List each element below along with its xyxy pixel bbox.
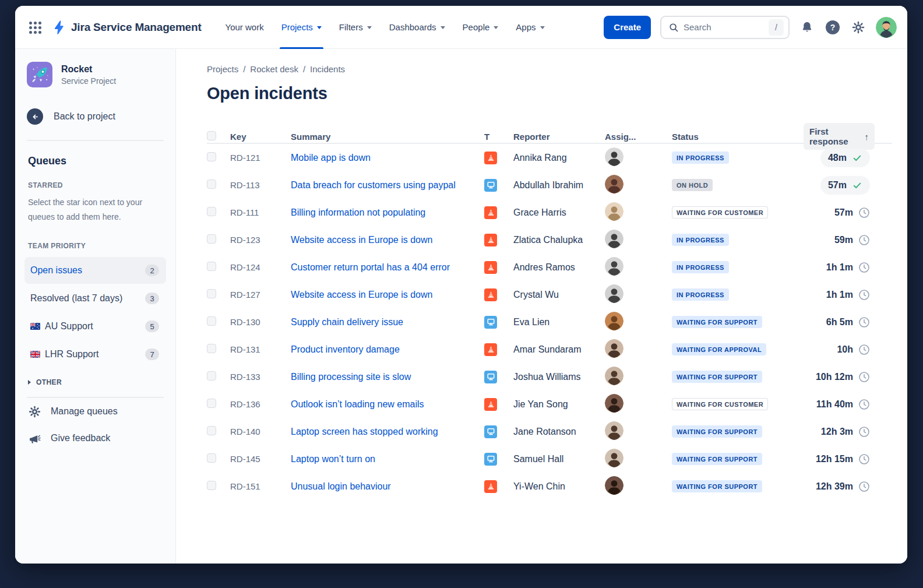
table-row[interactable]: RD-131Product inventory damageAmar Sunda…: [207, 336, 892, 363]
app-switcher-icon[interactable]: [28, 20, 42, 34]
assignee-avatar[interactable]: [605, 476, 623, 495]
assignee-avatar[interactable]: [605, 202, 623, 221]
table-row[interactable]: RD-113Data breach for customers using pa…: [207, 171, 892, 199]
column-header-type[interactable]: T: [484, 132, 513, 142]
gear-icon: [28, 405, 41, 418]
issue-summary-link[interactable]: Data breach for customers using paypal: [291, 178, 456, 192]
sidebar-queue-lhr-support[interactable]: LHR Support7: [24, 341, 166, 368]
status-badge: WAITING FOR SUPPORT: [672, 425, 762, 438]
issue-summary-link[interactable]: Laptop screen has stopped working: [291, 425, 438, 438]
row-checkbox[interactable]: [207, 453, 216, 463]
issue-summary-link[interactable]: Billing processing site is slow: [291, 370, 411, 383]
row-checkbox[interactable]: [207, 262, 216, 271]
response-time: 12h 3m: [821, 427, 853, 437]
issue-summary-link[interactable]: Billing information not populating: [291, 206, 425, 219]
queue-label: LHR Support: [45, 349, 99, 360]
nav-item-dashboards[interactable]: Dashboards: [381, 6, 454, 49]
queue-label: Resolved (last 7 days): [30, 293, 122, 304]
column-header-reporter[interactable]: Reporter: [513, 132, 605, 142]
first-response-label: First response: [809, 126, 860, 146]
breadcrumb-rocket-desk[interactable]: Rocket desk: [250, 64, 298, 74]
table-row[interactable]: RD-151Unusual login behaviourYi-Wen Chin…: [207, 473, 892, 500]
issue-summary-link[interactable]: Website access in Europe is down: [291, 288, 432, 301]
settings-button[interactable]: [850, 19, 866, 36]
row-checkbox[interactable]: [207, 371, 216, 381]
assignee-avatar[interactable]: [605, 449, 623, 467]
issue-summary-link[interactable]: Unusual login behaviour: [291, 480, 391, 493]
user-avatar[interactable]: [876, 17, 897, 38]
project-header[interactable]: Rocket Service Project: [24, 62, 166, 87]
column-header-assignee[interactable]: Assig...: [605, 132, 672, 142]
assignee-avatar[interactable]: [605, 367, 623, 385]
give-feedback-button[interactable]: Give feedback: [24, 425, 166, 452]
issue-summary-link[interactable]: Product inventory damage: [291, 343, 400, 356]
assignee-avatar[interactable]: [605, 230, 623, 248]
jira-logo[interactable]: Jira Service Management: [51, 20, 202, 35]
assignee-avatar[interactable]: [605, 394, 623, 413]
table-row[interactable]: RD-124Customer return portal has a 404 e…: [207, 253, 892, 281]
row-checkbox[interactable]: [207, 207, 216, 216]
assignee-avatar[interactable]: [605, 312, 623, 330]
manage-queues-button[interactable]: Manage queues: [24, 398, 166, 425]
main-content: Projects / Rocket desk / Incidents Open …: [176, 49, 907, 564]
nav-item-filters[interactable]: Filters: [330, 6, 381, 49]
issue-summary-link[interactable]: Supply chain delivery issue: [291, 315, 403, 329]
row-checkbox[interactable]: [207, 234, 216, 244]
breadcrumb-separator: /: [243, 64, 245, 74]
search-input[interactable]: [684, 22, 764, 32]
table-row[interactable]: RD-145Laptop won’t turn onSamuel HallWAI…: [207, 445, 892, 473]
assignee-avatar[interactable]: [605, 257, 623, 276]
issue-summary-link[interactable]: Website access in Europe is down: [291, 233, 432, 247]
other-section-toggle[interactable]: OTHER: [28, 378, 166, 386]
row-checkbox[interactable]: [207, 426, 216, 435]
help-button[interactable]: ?: [825, 19, 841, 36]
row-checkbox[interactable]: [207, 399, 216, 408]
issue-summary-link[interactable]: Laptop won’t turn on: [291, 452, 375, 466]
row-checkbox[interactable]: [207, 179, 216, 189]
back-to-project-button[interactable]: Back to project: [24, 108, 166, 125]
assignee-avatar[interactable]: [605, 421, 623, 440]
assignee-avatar[interactable]: [605, 339, 623, 358]
row-checkbox[interactable]: [207, 316, 216, 326]
assignee-avatar[interactable]: [605, 284, 623, 303]
status-badge: WAITING FOR SUPPORT: [672, 371, 762, 383]
select-all-checkbox[interactable]: [207, 131, 216, 140]
create-button[interactable]: Create: [604, 16, 651, 39]
incident-type-icon: [484, 288, 497, 301]
nav-item-people[interactable]: People: [454, 6, 508, 49]
row-checkbox[interactable]: [207, 152, 216, 161]
notifications-button[interactable]: [799, 19, 815, 36]
table-row[interactable]: RD-127Website access in Europe is downCr…: [207, 281, 892, 308]
column-header-key[interactable]: Key: [230, 132, 291, 142]
table-row[interactable]: RD-140Laptop screen has stopped workingJ…: [207, 418, 892, 445]
issue-summary-link[interactable]: Mobile app is down: [291, 151, 371, 164]
nav-item-apps[interactable]: Apps: [507, 6, 553, 49]
issue-summary-link[interactable]: Outlook isn’t loading new emails: [291, 397, 424, 411]
table-row[interactable]: RD-136Outlook isn’t loading new emailsJi…: [207, 390, 892, 418]
table-row[interactable]: RD-121Mobile app is downAnnika RangIN PR…: [207, 144, 892, 171]
sidebar-queue-resolved-last-7-days[interactable]: Resolved (last 7 days)3: [24, 285, 166, 312]
column-header-first-response-sort[interactable]: First response ↑: [804, 123, 875, 150]
column-header-summary[interactable]: Summary: [291, 132, 484, 142]
table-row[interactable]: RD-123Website access in Europe is downZl…: [207, 226, 892, 253]
assignee-avatar[interactable]: [605, 175, 623, 193]
nav-item-your-work[interactable]: Your work: [217, 6, 273, 49]
nav-item-projects[interactable]: Projects: [273, 6, 330, 49]
chevron-down-icon: [367, 26, 372, 29]
clock-icon: [858, 289, 870, 301]
row-checkbox[interactable]: [207, 481, 216, 490]
row-checkbox[interactable]: [207, 289, 216, 298]
issue-summary-link[interactable]: Customer return portal has a 404 error: [291, 260, 450, 274]
table-row[interactable]: RD-130Supply chain delivery issueEva Lie…: [207, 308, 892, 336]
column-header-status[interactable]: Status: [672, 132, 804, 142]
incident-type-icon: [484, 234, 497, 247]
breadcrumb-incidents[interactable]: Incidents: [310, 64, 345, 74]
table-row[interactable]: RD-133Billing processing site is slowJos…: [207, 363, 892, 390]
breadcrumb-projects[interactable]: Projects: [207, 64, 238, 74]
search-box[interactable]: /: [660, 16, 790, 39]
row-checkbox[interactable]: [207, 344, 216, 353]
sidebar-queue-open-issues[interactable]: Open issues2: [24, 257, 166, 284]
sidebar-queue-au-support[interactable]: AU Support5: [24, 313, 166, 340]
table-row[interactable]: RD-111Billing information not populating…: [207, 199, 892, 226]
assignee-avatar[interactable]: [605, 147, 623, 166]
